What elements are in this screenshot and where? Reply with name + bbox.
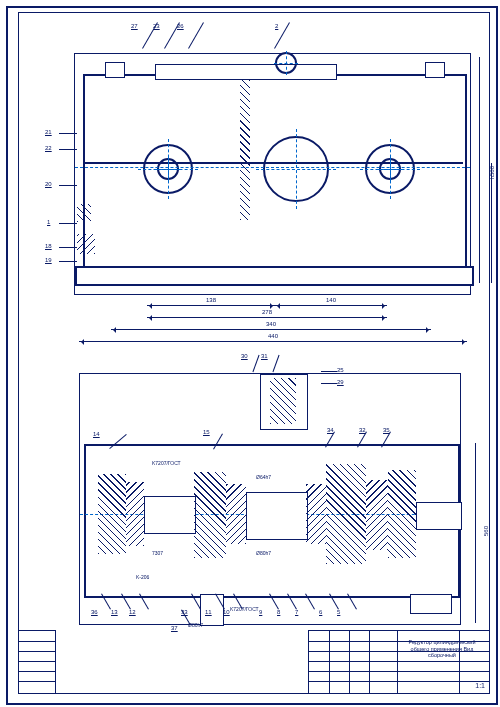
input-bearing-l (126, 482, 144, 546)
output-bearing (366, 480, 388, 550)
balloon-20: 20 (59, 185, 67, 193)
shaft-boss-2 (263, 136, 329, 202)
balloon-15: 15 (209, 441, 217, 449)
lift-eye-right (425, 62, 445, 78)
balloon-5: 5 (343, 601, 351, 609)
dim-340 (111, 329, 431, 330)
balloon-12: 12 (135, 601, 143, 609)
lift-eye-left (105, 62, 125, 78)
output-shaft-ext (416, 502, 462, 530)
shaft-bore-1 (157, 158, 179, 180)
shaft-end-down (200, 594, 224, 626)
top-view-housing (74, 53, 471, 295)
bottom-view-plan: K7207/ГОСТ 7307 Ø64h7 Ø80h7 K-206 K7207/… (79, 373, 461, 625)
balloon-8: 8 (283, 601, 291, 609)
balloon-19: 19 (59, 261, 67, 269)
top-boss-hatch (270, 378, 296, 424)
int-bearing-r (306, 484, 326, 544)
balloon-6: 6 (325, 601, 333, 609)
balloon-23: 23 (157, 35, 165, 43)
balloon-35: 35 (377, 439, 385, 447)
drain-plug (77, 234, 95, 254)
dim-140 (275, 305, 387, 306)
sheet-scale: 1:1 (475, 682, 485, 689)
dim-h-bottom-text: 560 (483, 526, 489, 536)
balloon-33: 33 (187, 601, 195, 609)
drawing-title: Редуктор цилиндрический общего применени… (401, 639, 483, 659)
title-block: Редуктор цилиндрический общего применени… (308, 630, 489, 693)
dim-440 (79, 341, 467, 342)
dim-440-text: 440 (268, 333, 278, 339)
dim-305 (491, 163, 492, 283)
inspection-cover (155, 64, 337, 80)
input-cap (98, 474, 126, 554)
stage2-gear (326, 464, 366, 564)
dim-278-text: 278 (262, 309, 272, 315)
inner-frame: 27 23 26 2 21 22 20 1 18 19 138 140 278 … (18, 12, 490, 694)
output-cap (388, 470, 416, 558)
label-bearing1: K7207/ГОСТ (152, 460, 181, 466)
balloon-34: 34 (321, 439, 329, 447)
balloon-7: 7 (301, 601, 309, 609)
balloon-11: 11 (211, 601, 219, 609)
balloon-37: 37 (177, 617, 185, 625)
balloon-25: 25 (321, 371, 329, 379)
label-k206: K-206 (136, 574, 149, 580)
balloon-30: 30 (247, 363, 255, 371)
balloon-13: 13 (117, 601, 125, 609)
balloon-36: 36 (97, 601, 105, 609)
dim-278 (147, 317, 387, 318)
dim-138 (147, 305, 275, 306)
balloon-10: 10 (229, 601, 237, 609)
stage1-gear (194, 472, 226, 558)
oil-level-zone (89, 224, 459, 264)
balloon-14: 14 (107, 441, 115, 449)
balloon-26: 26 (181, 35, 189, 43)
dim-340-text: 340 (266, 321, 276, 327)
balloon-18: 18 (59, 247, 67, 255)
rev-block (19, 630, 56, 693)
balloon-31: 31 (267, 363, 275, 371)
balloon-29: 29 (321, 383, 329, 391)
balloon-9: 9 (265, 601, 273, 609)
center-bolt-section (240, 80, 250, 220)
int-bearing-l (226, 484, 246, 544)
input-pinion (144, 496, 196, 534)
shaft-bore-3 (379, 158, 401, 180)
foot-pad (410, 594, 452, 614)
balloon-32: 32 (353, 439, 361, 447)
dim-140-text: 140 (326, 297, 336, 303)
dim-h-bottom (475, 443, 476, 623)
dim-138-text: 138 (206, 297, 216, 303)
balloon-27: 27 (135, 35, 143, 43)
int-shaft-block (246, 492, 308, 540)
balloon-22: 22 (59, 149, 67, 157)
balloon-1: 1 (59, 223, 67, 231)
breather-cap (275, 52, 297, 74)
base-flange (75, 266, 474, 286)
label-80h7: Ø80h7 (256, 550, 271, 556)
sight-glass (77, 204, 91, 222)
dim-560 (479, 57, 480, 283)
label-64h7: Ø64h7 (256, 474, 271, 480)
balloon-2: 2 (267, 35, 275, 43)
label-7307: 7307 (152, 550, 163, 556)
balloon-21: 21 (59, 133, 67, 141)
